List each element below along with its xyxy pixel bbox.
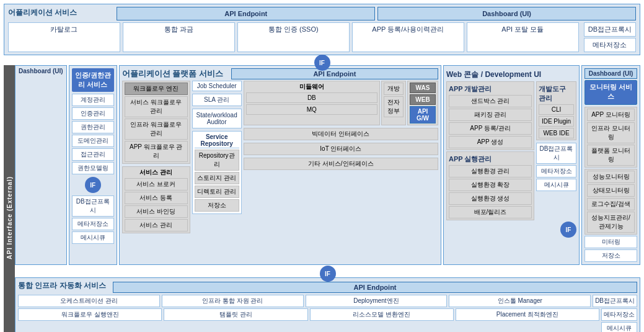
infra-api-endpoint: API Endpoint [113,282,637,293]
if-badge-auth: IF [85,177,101,193]
auth-db-proxy: DB접근프록시 [72,195,114,217]
auth-meta: 메타저장소 [72,218,114,230]
repo-mgmt: Repository관리 [195,150,239,171]
infra-monitoring: 인프라 모니터링 [587,122,635,143]
infra-resource-mgmt: 인프라 통합 자원 관리 [162,295,304,307]
service-catalog: 카탈로그 [8,22,120,52]
service-workflow: 서비스 워크플로우 관리 [125,96,188,117]
if-badge-web-console: IF [560,222,576,238]
monitoring-title: 모니터링 서비스 [588,83,634,101]
template-mgmt: 탬플릿 관리 [164,308,307,321]
workflow-exec-engine: 워크플로우 실행앤진 [18,308,162,321]
platform-row: Dashboard (UI) 인증/권한관리 서비스 계정관리 인증관리 권한관… [15,65,640,265]
platform-center: 어플리케이션 플랫폼 서비스 API Endpoint 워크플로 [119,65,441,265]
if-badge-middle: IF [320,266,336,282]
platform-api-endpoint: API Endpoint [231,68,438,79]
web-ide: WEB IDE [539,128,574,138]
middleware-db: DB [246,92,377,103]
web-console-db-proxy: DB접근프록시 [536,143,576,164]
storage-mgmt: 스토리지 관리 [195,172,239,184]
platform-title: 어플리케이션 플랫폼 서비스 [122,68,223,79]
service-billing: 통합 과금 [123,22,235,52]
app-workflow: APP 워크플로우 관리 [125,141,188,162]
service-sso: 통합 인증 (SSO) [237,22,350,52]
auth-section: 인증/권한관리 서비스 계정관리 인증관리 권한관리 도메인관리 접근관리 권한… [69,65,117,265]
job-scheduler: Job Scheduler [192,81,242,91]
if-badge-top: IF [314,55,330,71]
auth-title: 인증/권한관리 서비스 [72,68,114,92]
auth-model: 권한모델링 [72,162,114,174]
status-monitoring: 상태모니터링 [587,184,635,197]
auth-auth: 인증관리 [72,107,114,120]
auth-message: 메시시큐 [72,231,114,244]
right-dashboard-section: Dashboard (UI) 모니터링 서비스 APP 모니터링 인프라 모니터… [581,65,640,265]
web-console-section: Web 콘솔 / Development UI APP 개발관리 샌드박스 관리… [443,65,580,265]
platform-monitoring: 플랫폼 모니터링 [587,145,635,166]
app-create: APP 생성 [449,136,532,148]
storage: 저장소 [195,199,239,212]
service-app-reg: APP 등록/사용이력관리 [352,22,464,52]
other-service: 기타 서비스/인터페이스 [244,158,438,170]
top-db-proxy: DB접근프록시 [584,22,636,37]
right-dashboard-title: Dashboard (UI) [584,68,637,79]
app-api-endpoint: API Endpoint [117,7,375,20]
web-console-title: Web 콘솔 / Development UI [446,70,576,80]
runtime-extend: 실행환경 확장 [449,179,532,191]
middle-row: API Interface (External) Dashboard (UI) … [4,65,640,332]
ide-plugin: IDE Plugin [539,116,574,127]
orchestration-mgmt: 오케스트레이션 관리 [18,295,160,307]
service-repo-title: Service Repository [195,133,239,148]
packaging-mgmt: 패키징 관리 [449,109,532,121]
workflow-engine: 워크플로우 엔진 [125,83,188,95]
auth-permission: 권한관리 [72,121,114,133]
full-layout: 어플리케이션 서비스 API Endpoint Dashboard (UI) 카… [4,4,640,332]
service-binding: 서비스 바인딩 [125,205,188,218]
main-wrapper: 어플리케이션 서비스 API Endpoint Dashboard (UI) 카… [0,0,644,332]
top-meta-storage: 메타저장소 [584,38,636,52]
directory-mgmt: 디렉토리 관리 [195,186,239,198]
service-api-portal: API 포탈 모듈 [467,22,579,52]
app-service-section: 어플리케이션 서비스 API Endpoint Dashboard (UI) 카… [4,4,640,55]
perf-control: 성능지표관리/관제기능 [587,212,635,233]
infra-title: 통합 인프라 자동화 서비스 [18,280,106,291]
infra-workflow: 인프라 워크플로우 관리 [125,119,188,140]
infra-message-sec: 메시시큐 [601,322,637,332]
service-broker: 서비스 브로커 [125,178,188,191]
app-dev-title: APP 개발관리 [449,84,532,94]
web-console-meta: 메타저장소 [536,165,576,177]
was-box: WAS [410,83,436,93]
app-runtime-title: APP 실행관리 [449,155,532,164]
iot: IoT 인터페이스 [244,143,438,155]
service-mgmt-title: 서비스 관리 [125,168,188,177]
perf-monitoring: 성능모니터링 [587,171,635,183]
placement-engine: Placement 최적화엔진 [456,308,599,321]
service-mgmt: 서비스 관리 [125,219,188,231]
auth-account: 계정관리 [72,94,114,106]
resource-model-convert: 리소스모델 변환엔진 [310,308,454,321]
dev-tool-title: 개발도구 관리 [539,84,574,103]
cli: CLI [539,104,574,115]
app-reg-mgmt: APP 등록/관리 [449,122,532,135]
runtime-create: 실행환경 생성 [449,192,532,205]
middleware-mq: MQ [246,104,377,115]
web-box: WEB [410,94,436,105]
deployment-engine: Deployment엔진 [306,295,448,307]
app-dashboard-ui: Dashboard (UI) [377,7,636,20]
state-workload: State/workload Auditor [192,109,242,128]
log-collect: 로그수집/검색 [587,198,635,210]
middleware-open: 개방 [384,83,404,95]
sla-mgmt: SLA 관리 [192,94,242,106]
sandbox-mgmt: 샌드박스 관리 [449,95,532,107]
big-data: 빅데이터 인터페이스 [244,128,438,140]
infra-meta-storage: 메타저장소 [601,308,637,321]
deploy-release: 배포/릴리즈 [449,206,532,218]
app-monitoring: APP 모니터링 [587,109,635,121]
auth-domain: 도메인관리 [72,135,114,147]
runtime-mgmt: 실행환경 관리 [449,165,532,177]
right-storage: 저장소 [584,249,637,262]
api-gw-box: API G/W [410,106,436,123]
auth-access: 접근관리 [72,148,114,161]
app-service-title: 어플리케이션 서비스 [8,7,77,18]
api-interface-sidebar: API Interface (External) [4,65,15,332]
infra-db-proxy: DB접근프록시 [593,295,637,307]
